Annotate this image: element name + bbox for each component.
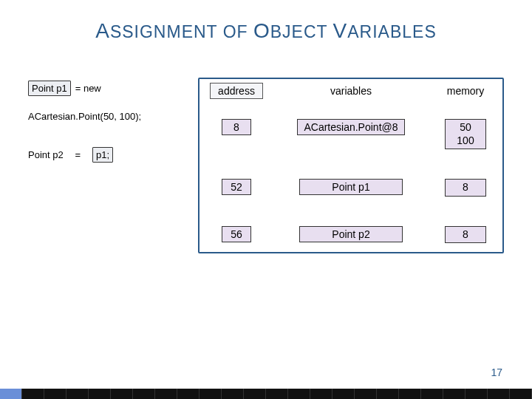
code-line-2: ACartesian.Point(50, 100); bbox=[28, 106, 198, 126]
table-row: 56 Point p2 8 bbox=[200, 226, 502, 244]
content-area: Point p1 = new ACartesian.Point(50, 100)… bbox=[28, 78, 504, 253]
code-frag: p1; bbox=[92, 147, 113, 163]
code-frag: ACartesian.Point(50, 100); bbox=[28, 111, 141, 122]
code-frag: Point p2 bbox=[28, 149, 64, 160]
col-address: address bbox=[200, 85, 273, 97]
code-column: Point p1 = new ACartesian.Point(50, 100)… bbox=[28, 78, 198, 253]
col-variables: variables bbox=[273, 85, 429, 97]
memory-table: address variables memory 8 ACartesian.Po… bbox=[198, 78, 504, 253]
variable-cell: ACartesian.Point@8 bbox=[297, 119, 404, 135]
col-memory: memory bbox=[429, 85, 502, 97]
page-number: 17 bbox=[491, 366, 502, 378]
memory-cell: 50 100 bbox=[445, 119, 486, 149]
code-frag: = bbox=[75, 149, 81, 160]
memory-cell: 8 bbox=[445, 226, 486, 244]
address-cell: 8 bbox=[222, 119, 251, 135]
code-line-1: Point p1 = new bbox=[28, 78, 198, 98]
code-frag: = new bbox=[75, 83, 101, 94]
code-frag: Point p1 bbox=[28, 81, 71, 96]
variable-cell: Point p1 bbox=[299, 179, 403, 195]
variable-cell: Point p2 bbox=[299, 226, 403, 242]
address-cell: 56 bbox=[222, 226, 251, 242]
table-header: address variables memory bbox=[200, 79, 502, 103]
memory-cell: 8 bbox=[445, 179, 486, 197]
address-cell: 52 bbox=[222, 179, 251, 195]
table-row: 52 Point p1 8 bbox=[200, 179, 502, 197]
thumbnail-strip bbox=[0, 389, 532, 399]
code-line-3: Point p2 = p1; bbox=[28, 144, 198, 165]
table-row: 8 ACartesian.Point@8 50 100 bbox=[200, 119, 502, 149]
slide-title: ASSIGNMENT OF OBJECT VARIABLES bbox=[0, 0, 532, 43]
